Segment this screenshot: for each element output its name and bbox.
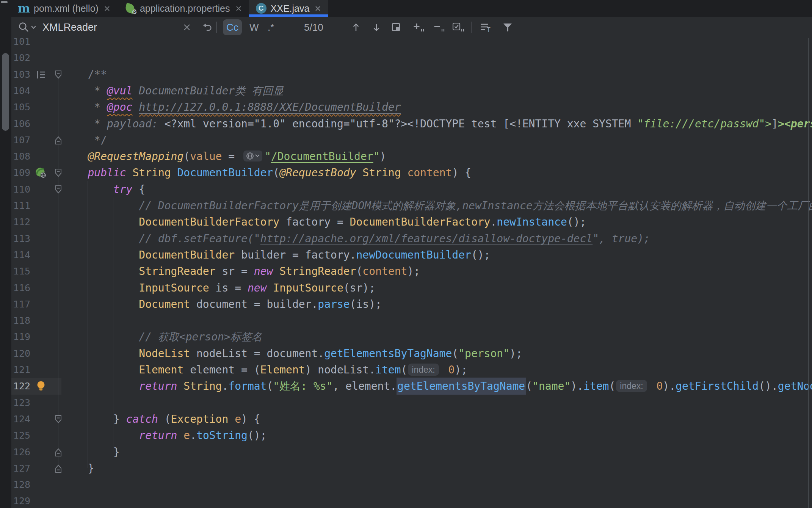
code-line[interactable]: 118 [11,312,812,329]
code-text[interactable]: DocumentBuilder builder = factory.newDoc… [62,247,490,263]
search-in-selection-icon[interactable] [390,22,402,33]
line-number[interactable]: 108 [11,148,30,165]
line-number[interactable]: 114 [11,247,30,263]
code-text[interactable]: } [62,460,94,477]
search-input[interactable] [42,21,172,34]
line-number[interactable]: 129 [11,493,30,508]
code-text[interactable]: NodeList nodeList = document.getElements… [62,345,522,362]
newline-icon[interactable] [201,21,213,33]
code-text[interactable]: Document document = builder.parse(is); [62,296,382,313]
tab-xxe-java[interactable]: C XXE.java [249,0,329,17]
add-occurrence-icon[interactable] [412,21,425,33]
related-problems-icon[interactable] [32,66,50,83]
line-number[interactable]: 127 [11,460,30,477]
url-inlay-globe-icon[interactable] [243,151,262,161]
tab-application-properties[interactable]: ⚙ application.properties [118,0,249,17]
code-line[interactable]: 102 [11,50,812,66]
regex-toggle[interactable]: .* [268,22,274,33]
code-line[interactable]: 126 } [11,444,812,461]
code-text[interactable]: */ [62,132,107,149]
select-all-occurrences-icon[interactable] [452,21,466,33]
code-line[interactable]: 101 [11,38,812,50]
code-text[interactable]: DocumentBuilderFactory factory = Documen… [62,214,586,230]
fold-marker-start[interactable] [54,181,63,198]
code-text[interactable]: StringReader sr = new StringReader(conte… [62,263,420,280]
code-text[interactable]: } catch (Exception e) { [62,411,260,428]
code-line[interactable]: 110 try { [11,181,812,198]
close-icon[interactable] [103,5,111,12]
code-line[interactable]: 125 return e.toString(); [11,427,812,444]
code-line[interactable]: 122 return String.format("姓名: %s", eleme… [11,378,812,395]
code-text[interactable]: // 获取<person>标签名 [62,329,262,345]
code-text[interactable]: InputSource is = new InputSource(sr); [62,280,375,296]
code-line[interactable]: 127 } [11,460,812,477]
line-number[interactable]: 124 [11,411,30,428]
line-number[interactable]: 105 [11,99,30,116]
line-number[interactable]: 101 [11,38,30,50]
line-number[interactable]: 110 [11,181,30,198]
filter-icon[interactable] [501,21,514,33]
code-line[interactable]: 128 [11,477,812,493]
code-text[interactable]: * @vul DocumentBuilder类 有回显 [62,83,284,99]
search-options-icon[interactable]: T [479,21,493,33]
line-number[interactable]: 117 [11,296,30,313]
code-line[interactable]: 120 NodeList nodeList = document.getElem… [11,345,812,362]
line-number[interactable]: 120 [11,345,30,362]
code-text[interactable]: public String DocumentBuilder(@RequestBo… [62,165,471,181]
line-number[interactable]: 112 [11,214,30,230]
line-number[interactable]: 126 [11,444,30,461]
code-line[interactable]: 105 * @poc http://127.0.0.1:8888/XXE/Doc… [11,99,812,116]
code-line[interactable]: 107 */ [11,132,812,149]
code-line[interactable]: 109 public String DocumentBuilder(@Reque… [11,165,812,181]
code-line[interactable]: 111 // DocumentBuilderFactory是用于创建DOM模式的… [11,198,812,214]
line-number[interactable]: 111 [11,198,30,214]
chevron-down-icon[interactable] [31,26,36,29]
fold-marker-start[interactable] [54,66,63,83]
line-number[interactable]: 104 [11,83,30,99]
next-occurrence-icon[interactable] [371,22,382,33]
code-text[interactable]: Element element = (Element) nodeList.ite… [62,362,467,378]
code-text[interactable]: * payload: <?xml version="1.0" encoding=… [62,116,812,132]
line-number[interactable]: 113 [11,230,30,247]
line-number[interactable]: 125 [11,427,30,444]
tab-pom-xml[interactable]: m pom.xml (hello) [11,0,118,17]
code-line[interactable]: 114 DocumentBuilder builder = factory.ne… [11,247,812,263]
code-line[interactable]: 123 [11,395,812,411]
spring-mapping-icon[interactable] [32,165,50,181]
window-minimize-dash[interactable] [1,1,8,3]
line-number[interactable]: 121 [11,362,30,378]
code-line[interactable]: 124 } catch (Exception e) { [11,411,812,428]
left-scrollbar-thumb[interactable] [2,53,9,131]
line-number[interactable]: 102 [11,50,30,66]
code-line[interactable]: 103 /** [11,66,812,83]
code-line[interactable]: 117 Document document = builder.parse(is… [11,296,812,313]
line-number[interactable]: 119 [11,329,30,345]
close-icon[interactable] [314,5,321,12]
code-line[interactable]: 112 DocumentBuilderFactory factory = Doc… [11,214,812,230]
fold-marker-end[interactable] [54,460,63,477]
code-editor[interactable]: 101102103 /**104 * @vul DocumentBuilder类… [11,38,812,508]
code-line[interactable]: 115 StringReader sr = new StringReader(c… [11,263,812,280]
whole-words-toggle[interactable]: W [249,22,259,33]
fold-marker-end[interactable] [54,132,63,149]
code-text[interactable]: @RequestMapping(value = "/DocumentBuilde… [62,148,386,165]
clear-search-icon[interactable] [183,23,191,31]
code-line[interactable]: 104 * @vul DocumentBuilder类 有回显 [11,83,812,99]
remove-occurrence-icon[interactable] [433,21,446,33]
line-number[interactable]: 128 [11,477,30,493]
match-case-toggle[interactable]: Cc [223,19,242,35]
code-text[interactable]: * @poc http://127.0.0.1:8888/XXE/Documen… [62,99,401,116]
code-text[interactable]: } [62,444,120,461]
code-text[interactable]: // DocumentBuilderFactory是用于创建DOM模式的解析器对… [62,198,812,214]
line-number[interactable]: 107 [11,132,30,149]
code-text[interactable]: return e.toString(); [62,427,266,444]
fold-marker-start[interactable] [54,411,63,428]
code-text[interactable]: // dbf.setFeature("http://apache.org/xml… [62,230,650,247]
line-number[interactable]: 115 [11,263,30,280]
line-number[interactable]: 116 [11,280,30,296]
code-line[interactable]: 106 * payload: <?xml version="1.0" encod… [11,116,812,132]
code-text[interactable]: return String.format("姓名: %s", element.g… [62,378,812,395]
code-line[interactable]: 121 Element element = (Element) nodeList… [11,362,812,378]
code-line[interactable]: 119 // 获取<person>标签名 [11,329,812,345]
code-text[interactable]: /** [62,66,107,83]
